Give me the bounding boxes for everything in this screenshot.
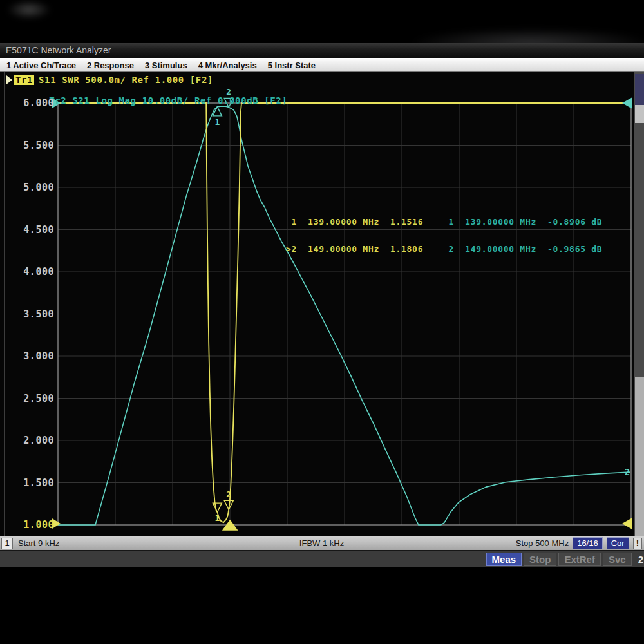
y-axis-tick-label: 1.000	[9, 520, 54, 530]
menu-mkr-analysis[interactable]: 4 Mkr/Analysis	[198, 61, 257, 70]
instrument-status-bar: Meas Stop ExtRef Svc 2	[0, 550, 644, 567]
photo-glare	[6, 0, 52, 19]
menu-instr-state[interactable]: 5 Instr State	[268, 61, 316, 70]
trace2-s21-line	[58, 106, 630, 525]
window-title-bar: E5071C Network Analyzer	[0, 43, 644, 58]
y-axis-tick-label: 4.500	[9, 225, 54, 235]
extref-indicator[interactable]: ExtRef	[558, 553, 601, 566]
menu-active-ch-trace[interactable]: 1 Active Ch/Trace	[6, 61, 76, 70]
status-left: 1 Start 9 kHz	[1, 538, 299, 549]
y-axis-tick-label: 1.500	[9, 478, 54, 488]
correction-badge: Cor	[607, 537, 629, 549]
ifbw-value: IFBW 1 kHz	[299, 538, 344, 548]
marker-readout-line: 1 139.00000 MHz 1.1516	[286, 218, 423, 227]
marker-number: 1	[215, 117, 220, 127]
alert-badge: !	[633, 538, 642, 549]
marker-number: 1	[215, 513, 220, 523]
y-axis-tick-label: 6.000	[9, 98, 54, 108]
channel-number-box: 1	[1, 538, 13, 549]
y-axis-tick-label: 2.500	[9, 393, 54, 404]
scrollbar-thumb[interactable]	[635, 105, 644, 123]
averaging-badge: 16/16	[573, 537, 603, 549]
analyzer-screen: E5071C Network Analyzer 1 Active Ch/Trac…	[0, 0, 644, 644]
scrollbar-segment[interactable]	[635, 74, 644, 105]
marker-readout-line: >2 149.00000 MHz 1.1806	[286, 245, 423, 254]
trace2-gap	[66, 95, 72, 106]
marker-triangle-icon	[213, 503, 222, 512]
stop-indicator[interactable]: Stop	[524, 553, 556, 566]
trace1-status-line[interactable]: Tr1 S11 SWR 500.0m/ Ref 1.000 [F2]	[6, 75, 213, 85]
trace1-tag: Tr1	[14, 75, 34, 85]
graticule-area[interactable]: 12122 Tr1 S11 SWR 500.0m/ Ref 1.000 [F2]…	[0, 72, 644, 536]
marker-number: 2	[226, 489, 231, 499]
tr2-ref-arrow-icon	[622, 98, 632, 109]
marker-readout-line: 1 139.00000 MHz -0.8906 dB	[443, 218, 602, 227]
window-left-edge	[4, 72, 5, 536]
channel-status-bar: 1 Start 9 kHz IFBW 1 kHz Stop 500 MHz 16…	[0, 536, 644, 550]
marker-readout-line: 2 149.00000 MHz -0.9865 dB	[443, 245, 602, 254]
stop-frequency: Stop 500 MHz	[516, 538, 569, 548]
svc-indicator[interactable]: Svc	[603, 553, 632, 566]
plot-svg[interactable]: 12122	[0, 72, 644, 536]
status-right: Stop 500 MHz 16/16 Cor !	[344, 537, 643, 549]
marker-readout-tr2: 1 139.00000 MHz -0.8906 dB 2 149.00000 M…	[443, 200, 602, 272]
y-axis-tick-label: 4.000	[9, 267, 54, 277]
active-trace-arrow-icon	[6, 75, 12, 84]
y-axis-tick-label: 5.000	[9, 182, 54, 193]
tr1-ref-arrow-icon	[622, 518, 632, 529]
start-frequency: Start 9 kHz	[18, 538, 59, 548]
menu-response[interactable]: 2 Response	[87, 61, 134, 70]
menu-stimulus[interactable]: 3 Stimulus	[145, 61, 187, 70]
trace2-settings: S21 Log Mag 10.00dB/ Ref 0.000dB [F2]	[72, 95, 287, 106]
side-scrollbar[interactable]	[634, 72, 644, 536]
y-axis-tick-label: 3.000	[9, 351, 54, 361]
y-axis-tick-label: 2.000	[9, 435, 54, 446]
marker-readout-tr1: 1 139.00000 MHz 1.1516 >2 149.00000 MHz …	[286, 200, 423, 272]
menu-bar: 1 Active Ch/Trace 2 Response 3 Stimulus …	[0, 58, 644, 72]
y-axis-tick-label: 5.500	[9, 140, 54, 151]
trace2-end-label: 2	[625, 467, 630, 477]
window-title: E5071C Network Analyzer	[6, 45, 111, 55]
scrollbar-segment[interactable]	[635, 377, 644, 536]
clipped-indicator: 2	[634, 553, 644, 565]
y-axis-tick-label: 3.500	[9, 309, 54, 319]
meas-indicator[interactable]: Meas	[486, 553, 522, 566]
trace1-settings: S11 SWR 500.0m/ Ref 1.000 [F2]	[39, 75, 213, 85]
